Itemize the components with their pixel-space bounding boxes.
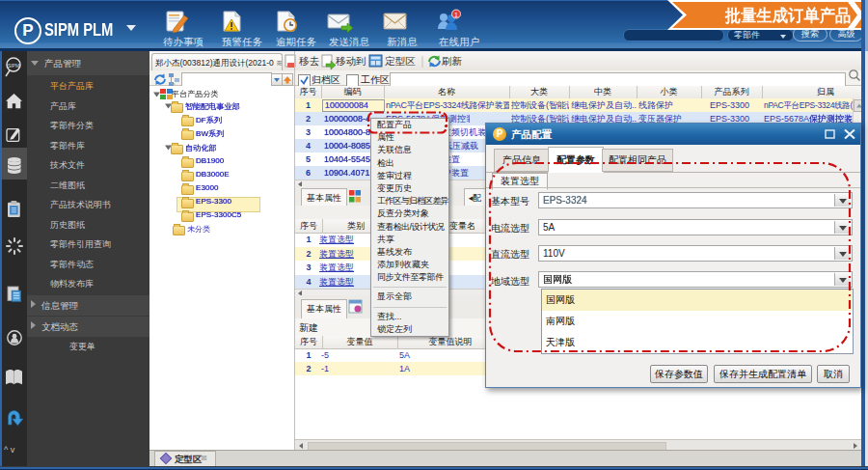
svg-text:SIPM: SIPM [8,63,19,69]
svg-text:1: 1 [454,12,458,18]
